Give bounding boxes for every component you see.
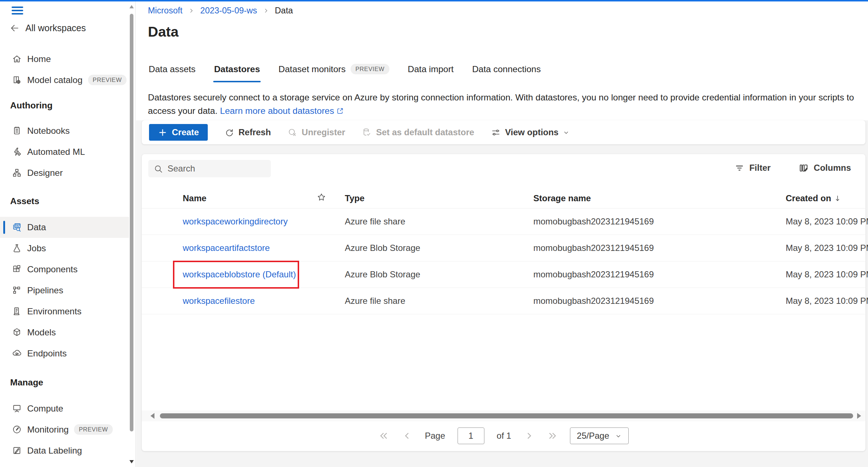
search-box[interactable] [148, 160, 271, 177]
sidebar-item-environments[interactable]: Environments [0, 301, 129, 322]
tab-bar: Data assets Datastores Dataset monitors … [148, 62, 541, 83]
sidebar-scrollbar-thumb[interactable] [130, 14, 133, 431]
page-title: Data [148, 24, 179, 40]
sort-descending-icon [834, 194, 842, 202]
sidebar-item-data-labeling[interactable]: Data Labeling [0, 440, 129, 461]
previous-page-icon[interactable] [402, 430, 413, 441]
breadcrumb-current: Data [275, 6, 293, 16]
sidebar-item-label: Notebooks [27, 126, 70, 136]
toolbar: Create Refresh Unregister Set as default… [142, 120, 865, 144]
data-labeling-icon [12, 446, 22, 455]
sidebar-item-endpoints[interactable]: Endpoints [0, 343, 129, 364]
breadcrumb-microsoft[interactable]: Microsoft [148, 6, 182, 16]
page-count-label: of 1 [497, 431, 511, 441]
create-button[interactable]: Create [149, 124, 208, 141]
column-header-type[interactable]: Type [345, 193, 364, 203]
table-row[interactable]: workspaceartifactstore Azure Blob Storag… [142, 235, 865, 261]
columns-button[interactable]: Columns [799, 163, 851, 173]
datastore-link[interactable]: workspaceartifactstore [183, 243, 270, 253]
datastore-link[interactable]: workspaceworkingdirectory [183, 216, 288, 227]
tab-dataset-monitors[interactable]: Dataset monitors PREVIEW [278, 62, 390, 83]
environments-icon [12, 306, 22, 316]
sidebar-scrollbar[interactable] [129, 1, 135, 467]
view-options-button[interactable]: View options [491, 127, 570, 137]
all-workspaces-back[interactable]: All workspaces [10, 20, 129, 37]
sidebar-item-components[interactable]: Components [0, 259, 129, 280]
columns-edit-icon [799, 163, 809, 173]
unregister-button[interactable]: Unregister [288, 127, 345, 137]
breadcrumb: Microsoft 2023-05-09-ws Data [148, 6, 293, 16]
sidebar-item-compute[interactable]: Compute [0, 398, 129, 419]
first-page-icon[interactable] [379, 430, 389, 441]
scroll-down-arrow-icon[interactable] [129, 460, 134, 463]
preview-badge: PREVIEW [74, 424, 112, 435]
sidebar-item-automated-ml[interactable]: Automated ML [0, 141, 129, 162]
sidebar-item-label: Jobs [27, 243, 46, 253]
all-workspaces-label: All workspaces [25, 23, 86, 33]
tab-data-connections[interactable]: Data connections [471, 62, 541, 83]
datastore-default-icon [362, 128, 372, 137]
scroll-left-arrow-icon[interactable] [150, 413, 154, 419]
hamburger-menu-icon[interactable] [12, 7, 23, 15]
sidebar-item-notebooks[interactable]: Notebooks [0, 120, 129, 141]
sidebar-item-label: Endpoints [27, 348, 67, 359]
datastore-link[interactable]: workspacefilestore [183, 296, 255, 306]
column-header-storage-name[interactable]: Storage name [533, 193, 591, 203]
sidebar-item-designer[interactable]: Designer [0, 162, 129, 183]
chevron-down-icon [563, 129, 570, 136]
table-row[interactable]: workspaceworkingdirectory Azure file sha… [142, 208, 865, 235]
breadcrumb-workspace[interactable]: 2023-05-09-ws [200, 6, 257, 16]
plus-icon [158, 128, 168, 137]
sidebar-item-pipelines[interactable]: Pipelines [0, 280, 129, 301]
sidebar-item-models[interactable]: Models [0, 322, 129, 343]
sidebar-item-home[interactable]: Home [0, 49, 129, 70]
sidebar-item-monitoring[interactable]: Monitoring PREVIEW [0, 419, 129, 440]
unregister-icon [288, 128, 297, 137]
filter-button[interactable]: Filter [735, 163, 771, 173]
sidebar-item-label: Data [27, 222, 46, 232]
tab-datastores[interactable]: Datastores [213, 62, 261, 83]
column-header-created-on[interactable]: Created on [786, 193, 842, 203]
sidebar-item-label: Monitoring [27, 425, 69, 435]
datastores-panel: Filter Columns Name Type Storage name Cr… [142, 154, 865, 451]
last-page-icon[interactable] [547, 430, 558, 441]
favorite-star-icon[interactable] [317, 192, 326, 204]
datastore-link[interactable]: workspaceblobstore (Default) [183, 269, 296, 280]
pagination: Page of 1 25/Page [142, 425, 865, 447]
preview-badge: PREVIEW [351, 64, 389, 74]
page-number-input[interactable] [458, 427, 484, 444]
sidebar-item-label: Environments [27, 306, 82, 317]
sidebar-item-jobs[interactable]: Jobs [0, 238, 129, 259]
scroll-up-arrow-icon[interactable] [129, 5, 134, 8]
table-row-highlighted[interactable]: workspaceblobstore (Default) Azure Blob … [142, 261, 865, 288]
tab-data-assets[interactable]: Data assets [148, 62, 196, 83]
top-accent-bar [0, 0, 868, 1]
search-icon [153, 164, 163, 174]
preview-badge: PREVIEW [88, 75, 127, 85]
section-header-manage: Manage [0, 373, 129, 392]
horizontal-scrollbar[interactable] [142, 410, 865, 421]
components-icon [12, 264, 22, 274]
table-header-row: Name Type Storage name Created on [142, 188, 865, 208]
table-row[interactable]: workspacefilestore Azure file share momo… [142, 288, 865, 314]
sidebar-item-label: Home [27, 54, 51, 64]
back-arrow-icon [10, 23, 20, 33]
sidebar-item-model-catalog[interactable]: Model catalog PREVIEW [0, 70, 129, 91]
next-page-icon[interactable] [524, 430, 534, 441]
page-size-dropdown[interactable]: 25/Page [570, 427, 629, 444]
search-input[interactable] [168, 164, 266, 174]
column-header-name[interactable]: Name [183, 193, 206, 203]
set-default-datastore-button[interactable]: Set as default datastore [362, 127, 474, 137]
refresh-button[interactable]: Refresh [224, 127, 271, 137]
section-header-assets: Assets [0, 192, 129, 210]
sidebar-item-data[interactable]: Data [0, 217, 129, 238]
scroll-right-arrow-icon[interactable] [857, 413, 861, 419]
models-icon [12, 327, 22, 337]
sidebar-item-label: Models [27, 327, 56, 338]
home-icon [12, 54, 22, 64]
tab-data-import[interactable]: Data import [407, 62, 455, 83]
horizontal-scrollbar-thumb[interactable] [160, 413, 853, 418]
datastores-description: Datastores securely connect to a storage… [148, 91, 855, 117]
chevron-right-icon [263, 8, 269, 14]
learn-more-link[interactable]: Learn more about datastores [220, 106, 344, 116]
